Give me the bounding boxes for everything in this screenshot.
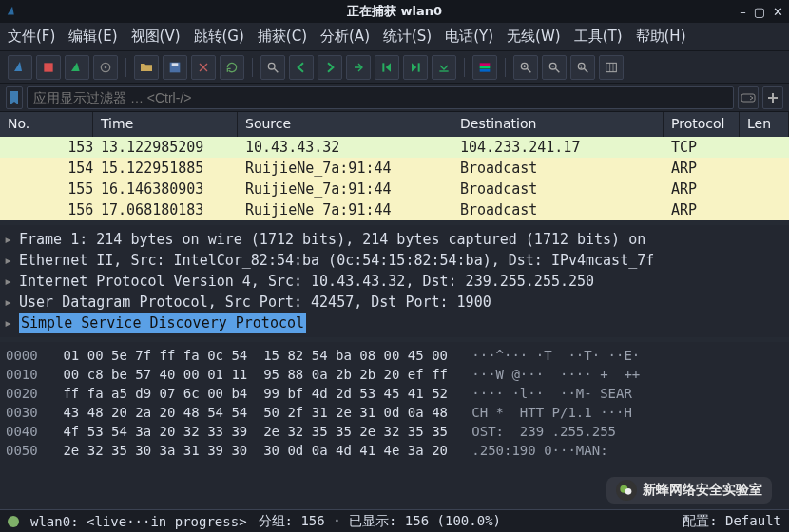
packet-list-pane[interactable]: No. Time Source Destination Protocol Len…	[0, 112, 789, 225]
hex-ascii: ···W @··· ···· + ++	[471, 365, 640, 384]
packet-list-header[interactable]: No. Time Source Destination Protocol Len	[0, 112, 789, 137]
packet-row[interactable]: 15617.068180183RuijieNe_7a:91:44Broadcas…	[0, 200, 789, 220]
svg-rect-7	[382, 63, 384, 71]
col-header-source[interactable]: Source	[238, 112, 452, 137]
hex-offset: 0040	[6, 422, 55, 441]
col-header-time[interactable]: Time	[93, 112, 238, 137]
zoom-in-button[interactable]	[513, 55, 538, 80]
expand-icon[interactable]: ▸	[4, 271, 13, 292]
svg-rect-11	[480, 66, 491, 68]
go-forward-button[interactable]	[318, 55, 342, 80]
status-packets: 分组: 156 · 已显示: 156 (100.0%)	[259, 513, 501, 530]
detail-text: Simple Service Discovery Protocol	[19, 313, 306, 333]
menu-go[interactable]: 跳转(G)	[194, 28, 244, 46]
filter-bookmark-button[interactable]	[6, 86, 23, 109]
expand-icon[interactable]: ▸	[4, 229, 13, 250]
hex-row[interactable]: 0040 4f 53 54 3a 20 32 33 39 2e 32 35 35…	[6, 422, 783, 441]
detail-row[interactable]: ▸Ethernet II, Src: IntelCor_82:54:ba (0c…	[4, 250, 785, 271]
display-filter-input[interactable]	[27, 86, 734, 109]
col-header-no[interactable]: No.	[0, 112, 93, 137]
hex-row[interactable]: 0010 00 c8 be 57 40 00 01 11 95 88 0a 2b…	[6, 365, 783, 384]
packet-details-pane[interactable]: ▸Frame 1: 214 bytes on wire (1712 bits),…	[0, 225, 789, 342]
cell-time: 15.122951885	[93, 160, 238, 177]
menu-telephony[interactable]: 电话(Y)	[445, 28, 493, 46]
wechat-icon	[616, 480, 637, 501]
menu-stats[interactable]: 统计(S)	[383, 28, 432, 46]
cell-no: 155	[0, 180, 93, 198]
maximize-button[interactable]: ▢	[754, 5, 765, 19]
detail-row[interactable]: ▸Frame 1: 214 bytes on wire (1712 bits),…	[4, 229, 785, 250]
open-file-button[interactable]	[134, 55, 159, 80]
packet-row[interactable]: 15313.12298520910.43.43.32104.233.241.17…	[0, 137, 789, 158]
menu-wireless[interactable]: 无线(W)	[507, 28, 561, 46]
expand-icon[interactable]: ▸	[4, 250, 13, 271]
hex-bytes: 01 00 5e 7f ff fa 0c 54 15 82 54 ba 08 0…	[55, 346, 471, 365]
go-back-button[interactable]	[289, 55, 314, 80]
cell-no: 154	[0, 160, 93, 177]
hex-bytes: 00 c8 be 57 40 00 01 11 95 88 0a 2b 2b 2…	[55, 365, 471, 384]
start-capture-button[interactable]	[8, 55, 32, 80]
svg-rect-8	[418, 63, 420, 71]
expand-icon[interactable]: ▸	[4, 292, 13, 313]
col-header-dest[interactable]: Destination	[452, 112, 664, 137]
svg-point-5	[268, 63, 275, 69]
close-button[interactable]: ✕	[773, 5, 783, 19]
expand-icon[interactable]: ▸	[4, 313, 13, 333]
detail-row[interactable]: ▸Simple Service Discovery Protocol	[4, 313, 785, 333]
restart-capture-button[interactable]	[65, 55, 89, 80]
watermark: 新蜂网络安全实验室	[606, 477, 772, 504]
cell-time: 16.146380903	[93, 180, 238, 198]
col-header-protocol[interactable]: Protocol	[664, 112, 740, 137]
cell-protocol: ARP	[664, 180, 740, 198]
hex-row[interactable]: 0000 01 00 5e 7f ff fa 0c 54 15 82 54 ba…	[6, 346, 783, 365]
hex-bytes: ff fa a5 d9 07 6c 00 b4 99 bf 4d 2d 53 4…	[55, 384, 471, 403]
menu-view[interactable]: 视图(V)	[131, 28, 181, 46]
save-button[interactable]	[163, 55, 187, 80]
menu-analyze[interactable]: 分析(A)	[320, 28, 370, 46]
detail-row[interactable]: ▸User Datagram Protocol, Src Port: 42457…	[4, 292, 785, 313]
detail-row[interactable]: ▸Internet Protocol Version 4, Src: 10.43…	[4, 271, 785, 292]
packet-bytes-pane[interactable]: 0000 01 00 5e 7f ff fa 0c 54 15 82 54 ba…	[0, 342, 789, 464]
menu-capture[interactable]: 捕获(C)	[258, 28, 307, 46]
zoom-out-button[interactable]	[542, 55, 567, 80]
auto-scroll-button[interactable]	[432, 55, 456, 80]
minimize-button[interactable]: –	[740, 5, 746, 19]
hex-offset: 0020	[6, 384, 55, 403]
menu-edit[interactable]: 编辑(E)	[68, 28, 117, 46]
go-to-packet-button[interactable]	[346, 55, 371, 80]
go-last-button[interactable]	[403, 55, 428, 80]
resize-columns-button[interactable]	[599, 55, 624, 80]
go-first-button[interactable]	[375, 55, 399, 80]
hex-row[interactable]: 0020 ff fa a5 d9 07 6c 00 b4 99 bf 4d 2d…	[6, 384, 783, 403]
zoom-reset-button[interactable]: 1	[570, 55, 595, 80]
hex-ascii: ···^··· ·T ··T· ··E·	[471, 346, 640, 365]
filter-add-button[interactable]	[762, 86, 783, 109]
filter-expression-button[interactable]	[738, 86, 759, 109]
menu-help[interactable]: 帮助(H)	[636, 28, 686, 46]
reload-button[interactable]	[220, 55, 244, 80]
packet-row[interactable]: 15516.146380903RuijieNe_7a:91:44Broadcas…	[0, 179, 789, 200]
cell-protocol: ARP	[664, 201, 740, 218]
close-file-button[interactable]	[191, 55, 216, 80]
hex-row[interactable]: 0030 43 48 20 2a 20 48 54 54 50 2f 31 2e…	[6, 403, 783, 422]
cell-source: RuijieNe_7a:91:44	[238, 160, 452, 177]
stop-capture-button[interactable]	[36, 55, 61, 80]
hex-ascii: ···· ·l·· ··M- SEAR	[471, 384, 632, 403]
hex-ascii: .250:190 0···MAN:	[471, 441, 616, 460]
cell-source: 10.43.43.32	[238, 139, 452, 156]
window-titlebar: 正在捕获 wlan0 – ▢ ✕	[0, 0, 789, 23]
menu-file[interactable]: 文件(F)	[8, 28, 55, 46]
menu-tools[interactable]: 工具(T)	[574, 28, 623, 46]
status-profile[interactable]: 配置: Default	[683, 513, 781, 530]
hex-offset: 0000	[6, 346, 55, 365]
packet-row[interactable]: 15415.122951885RuijieNe_7a:91:44Broadcas…	[0, 158, 789, 179]
find-button[interactable]	[260, 55, 285, 80]
hex-ascii: CH * HTT P/1.1 ···H	[471, 403, 632, 422]
hex-row[interactable]: 0050 2e 32 35 30 3a 31 39 30 30 0d 0a 4d…	[6, 441, 783, 460]
capture-options-button[interactable]	[93, 55, 118, 80]
colorize-button[interactable]	[472, 55, 497, 80]
svg-point-2	[105, 66, 107, 68]
col-header-length[interactable]: Len	[740, 112, 789, 137]
svg-line-14	[527, 68, 530, 72]
cell-source: RuijieNe_7a:91:44	[238, 180, 452, 198]
